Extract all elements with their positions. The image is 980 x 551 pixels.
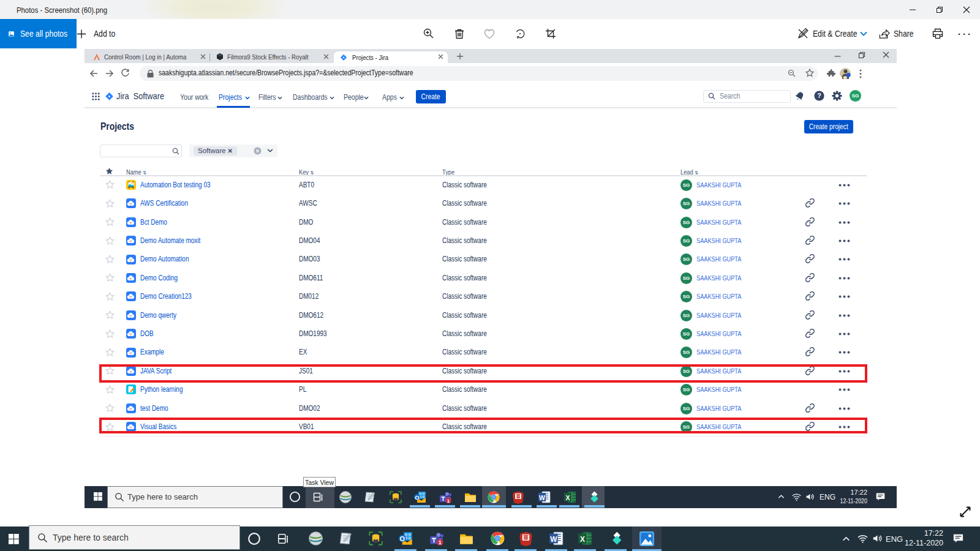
svg-text:?: ? (817, 92, 821, 99)
svg-text:X: X (580, 535, 585, 544)
svg-text:O: O (415, 494, 419, 501)
svg-text:1: 1 (447, 498, 450, 504)
svg-text:X: X (565, 494, 570, 501)
svg-text:O: O (400, 535, 405, 542)
svg-text:W: W (539, 494, 545, 501)
svg-text:1: 1 (439, 539, 442, 545)
svg-text:W: W (550, 535, 557, 544)
